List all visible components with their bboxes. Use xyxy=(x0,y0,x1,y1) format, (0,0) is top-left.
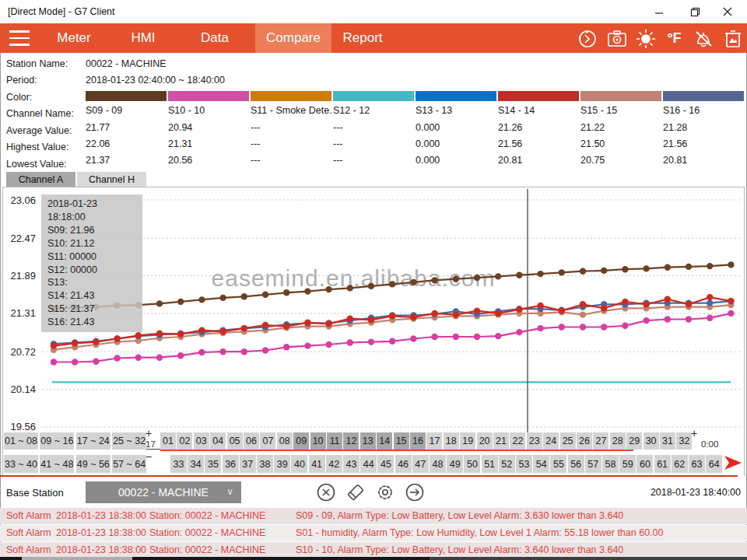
channel-number-button[interactable]: 54 xyxy=(533,455,549,473)
close-button[interactable] xyxy=(714,0,741,23)
channel-group-button[interactable]: 33 ~ 40 xyxy=(4,455,38,473)
nav-item-report[interactable]: Report xyxy=(335,23,391,53)
channel-number-button[interactable]: 30 xyxy=(644,432,659,450)
next-page-arrow[interactable] xyxy=(723,454,743,474)
channel-number-button[interactable]: 57 xyxy=(585,455,601,473)
channel-number-button[interactable]: 02 xyxy=(177,432,192,450)
go-arrow-icon[interactable] xyxy=(403,481,426,503)
channel-number-button[interactable]: 19 xyxy=(460,432,475,450)
channel-number-button[interactable]: 11 xyxy=(327,432,342,450)
channel-number-button[interactable]: 45 xyxy=(377,455,394,473)
channel-group-button[interactable]: 01 ~ 08 xyxy=(4,432,38,450)
channel-number-button[interactable]: 38 xyxy=(257,455,273,473)
channel-number-button[interactable]: 61 xyxy=(654,455,671,473)
channel-group-button[interactable]: 49 ~ 56 xyxy=(76,455,110,473)
channel-number-button[interactable]: 08 xyxy=(277,432,293,450)
channel-number-button[interactable]: 14 xyxy=(377,432,392,450)
channel-number-button[interactable]: 55 xyxy=(550,455,566,473)
channel-number-button[interactable]: 58 xyxy=(602,455,619,473)
channel-number-button[interactable]: 60 xyxy=(637,455,653,473)
channel-number-button[interactable]: 40 xyxy=(291,455,307,473)
channel-number-button[interactable]: 39 xyxy=(274,455,290,473)
brightness-icon[interactable] xyxy=(635,28,656,49)
channel-number-button[interactable]: 62 xyxy=(672,455,688,473)
channel-number-button[interactable]: 36 xyxy=(223,455,239,473)
channel-number-button[interactable]: 18 xyxy=(444,432,459,450)
channel-number-button[interactable]: 35 xyxy=(205,455,221,473)
channel-number-button[interactable]: 09 xyxy=(293,432,309,450)
channel-number-button[interactable]: 10 xyxy=(310,432,326,450)
channel-number-button[interactable]: 29 xyxy=(626,432,642,450)
menu-icon[interactable] xyxy=(9,30,30,46)
nav-item-meter[interactable]: Meter xyxy=(47,23,101,53)
eraser-icon[interactable] xyxy=(344,481,367,503)
zoom-in-button-left[interactable]: + xyxy=(146,427,152,439)
channel-number-button[interactable]: 43 xyxy=(343,455,359,473)
channel-number-button[interactable]: 23 xyxy=(527,432,542,450)
channel-number-button[interactable]: 01 xyxy=(160,432,176,450)
channel-number-button[interactable]: 03 xyxy=(194,432,209,450)
temperature-unit-icon[interactable]: °F xyxy=(664,28,685,49)
channel-number-button[interactable]: 04 xyxy=(210,432,226,450)
channel-number-button[interactable]: 48 xyxy=(430,455,446,473)
sync-icon[interactable] xyxy=(577,28,598,49)
channel-number-button[interactable]: 22 xyxy=(510,432,525,450)
channel-number-button[interactable]: 33 xyxy=(170,455,187,473)
channel-number-button[interactable]: 12 xyxy=(343,432,359,450)
channel-number-button[interactable]: 50 xyxy=(464,455,480,473)
channel-number-button[interactable]: 51 xyxy=(482,455,498,473)
channel-number-button[interactable]: 07 xyxy=(260,432,275,450)
channel-group-button[interactable]: 57 ~ 64 xyxy=(112,455,146,473)
restore-button[interactable] xyxy=(682,0,708,23)
channel-number-button[interactable]: 31 xyxy=(660,432,675,450)
channel-number-button[interactable]: 24 xyxy=(543,432,559,450)
channel-number-button[interactable]: 53 xyxy=(516,455,532,473)
channel-number-button[interactable]: 52 xyxy=(499,455,515,473)
channel-number-button[interactable]: 25 xyxy=(560,432,576,450)
channel-number-button[interactable]: 13 xyxy=(360,432,376,450)
alarm-station: Station: 00022 - MACHINE xyxy=(149,527,265,538)
minimize-button[interactable] xyxy=(646,0,672,23)
channel-number-button[interactable]: 27 xyxy=(593,432,608,450)
tab-channel-a[interactable]: Channel A xyxy=(6,172,75,187)
channel-number-button[interactable]: 34 xyxy=(188,455,204,473)
channel-number-button[interactable]: 47 xyxy=(412,455,429,473)
base-station-dropdown[interactable]: 00022 - MACHINE ∨ xyxy=(86,481,241,503)
zoom-out-button[interactable]: − xyxy=(146,450,152,463)
channel-number-button[interactable]: 05 xyxy=(227,432,243,450)
channel-group-button[interactable]: 09 ~ 16 xyxy=(40,432,74,450)
channel-number-button[interactable]: 06 xyxy=(244,432,259,450)
channel-number-button[interactable]: 17 xyxy=(426,432,442,450)
alarm-mute-icon[interactable] xyxy=(693,28,714,49)
channel-number-button[interactable]: 44 xyxy=(360,455,377,473)
cancel-circle-icon[interactable] xyxy=(314,481,338,503)
channel-number-button[interactable]: 28 xyxy=(610,432,626,450)
tab-channel-h[interactable]: Channel H xyxy=(77,172,146,187)
channel-number-button[interactable]: 41 xyxy=(309,455,325,473)
channel-group-button[interactable]: 25 ~ 32 xyxy=(112,432,146,450)
channel-number-button[interactable]: 37 xyxy=(240,455,256,473)
channel-number-button[interactable]: 64 xyxy=(706,455,722,473)
channel-number-button[interactable]: 49 xyxy=(447,455,463,473)
channel-number-button[interactable]: 56 xyxy=(568,455,584,473)
channel-number-button[interactable]: 59 xyxy=(619,455,636,473)
channel-number-button[interactable]: 21 xyxy=(493,432,509,450)
clear-image-icon[interactable] xyxy=(722,28,743,49)
camera-icon[interactable] xyxy=(606,28,627,49)
channel-number-button[interactable]: 20 xyxy=(477,432,493,450)
channel-number-button[interactable]: 26 xyxy=(577,432,592,450)
channel-number-button[interactable]: 32 xyxy=(676,432,692,450)
nav-item-compare[interactable]: Compare xyxy=(255,23,331,53)
settings-gear-icon[interactable] xyxy=(374,481,397,503)
channel-number-button[interactable]: 42 xyxy=(326,455,342,473)
channel-number-button[interactable]: 63 xyxy=(689,455,705,473)
nav-item-data[interactable]: Data xyxy=(190,23,240,53)
channel-number-button[interactable]: 16 xyxy=(410,432,426,450)
channel-group-button[interactable]: 41 ~ 48 xyxy=(40,455,74,473)
zoom-in-button-right[interactable]: + xyxy=(691,427,697,439)
channel-group-button[interactable]: 17 ~ 24 xyxy=(76,432,110,450)
nav-item-hmi[interactable]: HMI xyxy=(118,23,168,53)
channel-number-button[interactable]: 46 xyxy=(395,455,412,473)
channel-number-button[interactable]: 15 xyxy=(394,432,409,450)
chart-area[interactable]: easemind.en.alibaba.com 23.0622.4721.892… xyxy=(2,187,745,476)
